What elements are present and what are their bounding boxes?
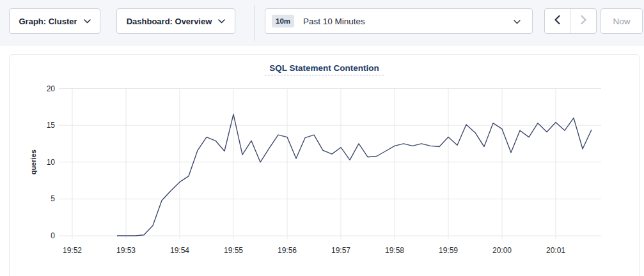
svg-text:19:59: 19:59 (439, 246, 458, 255)
svg-text:15: 15 (47, 121, 56, 130)
svg-text:10: 10 (47, 158, 56, 167)
y-tick-labels: 05101520 (47, 84, 56, 241)
x-gridlines (72, 89, 556, 240)
y-axis-label: queries (29, 150, 37, 174)
svg-text:19:55: 19:55 (224, 246, 243, 255)
svg-text:0: 0 (51, 231, 55, 240)
svg-text:19:54: 19:54 (170, 246, 189, 255)
y-gridlines (59, 89, 601, 236)
x-tick-labels: 19:5219:5319:5419:5519:5619:5719:5819:59… (63, 246, 565, 255)
svg-text:19:53: 19:53 (116, 246, 136, 255)
contention-chart[interactable]: 0510152019:5219:5319:5419:5519:5619:5719… (0, 0, 644, 276)
svg-text:20:00: 20:00 (492, 246, 512, 255)
svg-text:20: 20 (47, 84, 56, 93)
svg-text:20:01: 20:01 (546, 246, 565, 255)
svg-text:19:56: 19:56 (278, 246, 297, 255)
svg-text:5: 5 (51, 194, 55, 203)
series-line (117, 114, 592, 236)
svg-text:19:58: 19:58 (385, 246, 404, 255)
svg-text:19:57: 19:57 (331, 246, 350, 255)
svg-text:19:52: 19:52 (63, 246, 82, 255)
